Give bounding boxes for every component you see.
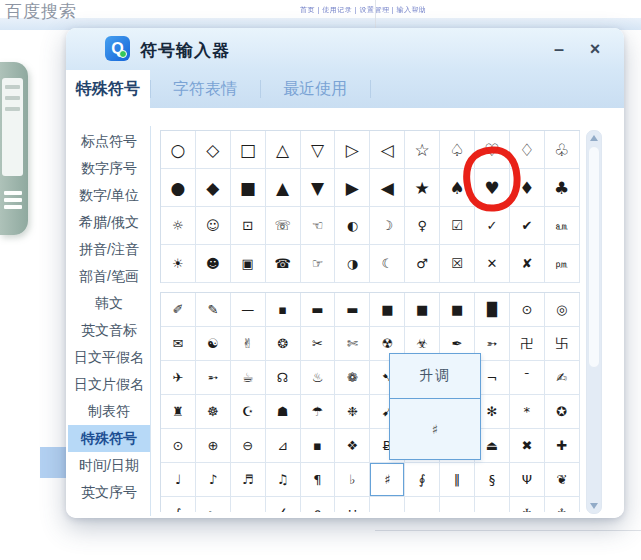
symbol-cell[interactable]: ⊿ [266, 429, 301, 463]
symbol-cell[interactable]: ✘ [510, 245, 545, 283]
symbol-cell[interactable]: ♬ [231, 463, 266, 497]
symbol-cell[interactable]: █ [475, 293, 510, 327]
symbol-cell[interactable]: ❉ [335, 395, 370, 429]
symbol-cell[interactable]: ● [161, 169, 196, 207]
symbol-cell[interactable]: ☎ [266, 245, 301, 283]
symbol-cell[interactable]: ○ [161, 131, 196, 169]
symbol-cell[interactable]: ⊡ [231, 207, 266, 245]
sidebar-item-制表符[interactable]: 制表符 [68, 398, 150, 425]
symbol-cell[interactable]: 卐 [545, 327, 580, 361]
symbol-cell[interactable]: ▪ [301, 429, 336, 463]
sidebar-item-日文平假名[interactable]: 日文平假名 [68, 344, 150, 371]
symbol-cell[interactable]: ▪ [266, 293, 301, 327]
scroll-up-arrow-icon[interactable] [590, 135, 598, 141]
symbol-cell[interactable]: ♠ [440, 169, 475, 207]
symbol-cell[interactable]: · [231, 497, 266, 512]
symbol-cell[interactable]: ❂ [266, 327, 301, 361]
symbol-cell[interactable]: ☼ [161, 207, 196, 245]
sidebar-item-英文序号[interactable]: 英文序号 [68, 479, 150, 506]
symbol-cell[interactable]: — [231, 293, 266, 327]
symbol-cell[interactable]: ✓ [475, 207, 510, 245]
symbol-cell[interactable]: ◎ [545, 293, 580, 327]
symbol-cell[interactable]: ‖ [440, 463, 475, 497]
symbol-cell[interactable]: ✪ [545, 395, 580, 429]
symbol-cell[interactable]: ✎ [196, 293, 231, 327]
symbol-cell[interactable]: ☽ [370, 207, 405, 245]
symbol-cell[interactable]: ◀ [370, 169, 405, 207]
symbol-cell[interactable]: ♩ [161, 463, 196, 497]
minimize-button[interactable]: – [546, 36, 572, 62]
symbol-cell[interactable]: ✚ [545, 429, 580, 463]
symbol-cell[interactable]: ⊙ [161, 429, 196, 463]
symbol-cell[interactable]: ∡ [266, 497, 301, 512]
symbol-cell[interactable]: ♣ [545, 169, 580, 207]
symbol-cell[interactable]: ♰ [510, 497, 545, 512]
symbol-cell[interactable]: ♦ [510, 169, 545, 207]
symbol-cell[interactable]: ☗ [266, 395, 301, 429]
symbol-cell[interactable]: ★ [405, 169, 440, 207]
symbol-cell[interactable]: □ [231, 131, 266, 169]
symbol-cell[interactable]: ◁ [370, 131, 405, 169]
symbol-cell[interactable]: △ [266, 131, 301, 169]
symbol-cell[interactable]: ✂ [301, 327, 336, 361]
symbol-cell[interactable]: ✐ [161, 293, 196, 327]
scroll-down-arrow-icon[interactable] [590, 503, 598, 509]
sidebar-item-日文片假名[interactable]: 日文片假名 [68, 371, 150, 398]
symbol-cell[interactable]: ◇ [196, 131, 231, 169]
symbol-cell[interactable]: ▣ [231, 245, 266, 283]
tab-特殊符号[interactable]: 特殊符号 [66, 70, 150, 108]
symbol-cell[interactable]: ■ [370, 293, 405, 327]
symbol-cell[interactable]: ♱ [545, 497, 580, 512]
symbol-cell[interactable]: ☜ [301, 207, 336, 245]
symbol-cell[interactable]: ♜ [161, 395, 196, 429]
symbol-cell[interactable]: ▬ [301, 293, 336, 327]
scrollbar-thumb[interactable] [588, 146, 600, 368]
symbol-cell[interactable]: ¶ [301, 463, 336, 497]
symbol-cell[interactable] [475, 497, 510, 512]
symbol-cell[interactable]: ∫ [161, 497, 196, 512]
sidebar-item-韩文[interactable]: 韩文 [68, 290, 150, 317]
symbol-cell[interactable] [440, 497, 475, 512]
symbol-cell[interactable]: ☯ [196, 327, 231, 361]
symbol-cell[interactable]: ✈ [161, 361, 196, 395]
sidebar-item-英文音标[interactable]: 英文音标 [68, 317, 150, 344]
symbol-cell[interactable]: ☀ [161, 245, 196, 283]
symbol-cell[interactable]: ▼ [301, 169, 336, 207]
tab-最近使用[interactable]: 最近使用 [260, 70, 370, 108]
symbol-cell[interactable]: ☻ [196, 245, 231, 283]
symbol-cell[interactable]: ▬ [335, 293, 370, 327]
symbol-cell[interactable]: ♯ [370, 463, 405, 497]
symbol-cell[interactable]: ✌ [231, 327, 266, 361]
symbol-cell[interactable]: ➵ [196, 361, 231, 395]
symbol-cell[interactable]: ☞ [301, 245, 336, 283]
symbol-cell[interactable]: ㏘ [545, 245, 580, 283]
sidebar-item-数字/单位[interactable]: 数字/单位 [68, 182, 150, 209]
symbol-cell[interactable]: ❦ [545, 463, 580, 497]
symbol-cell[interactable]: ✄ [335, 327, 370, 361]
symbol-cell[interactable]: ▶ [335, 169, 370, 207]
symbol-cell[interactable]: ⊕ [196, 429, 231, 463]
symbol-cell[interactable]: ☾ [370, 245, 405, 283]
sidebar-item-希腊/俄文[interactable]: 希腊/俄文 [68, 209, 150, 236]
sidebar-item-特殊符号[interactable]: 特殊符号 [68, 425, 150, 452]
symbol-cell[interactable]: ♧ [545, 131, 580, 169]
symbol-cell[interactable]: ■ [405, 293, 440, 327]
symbol-cell[interactable]: ✉ [161, 327, 196, 361]
symbol-cell[interactable]: ✔ [510, 207, 545, 245]
symbol-cell[interactable]: ¯ [510, 361, 545, 395]
symbol-cell[interactable]: ∵ [335, 497, 370, 512]
symbol-cell[interactable]: § [475, 463, 510, 497]
symbol-cell[interactable]: ☺ [196, 207, 231, 245]
symbol-cell[interactable]: ☆ [405, 131, 440, 169]
sidebar-item-部首/笔画[interactable]: 部首/笔画 [68, 263, 150, 290]
symbol-cell[interactable]: * [510, 395, 545, 429]
symbol-cell[interactable]: ☏ [266, 207, 301, 245]
symbol-cell[interactable]: ✕ [475, 245, 510, 283]
symbol-cell[interactable]: ■ [231, 169, 266, 207]
symbol-cell[interactable]: ∮ [405, 463, 440, 497]
symbol-cell[interactable]: 卍 [510, 327, 545, 361]
symbol-cell[interactable]: ▷ [335, 131, 370, 169]
symbol-cell[interactable]: ♂ [405, 245, 440, 283]
symbol-cell[interactable] [370, 497, 405, 512]
symbol-cell[interactable]: ➢ [196, 497, 231, 512]
